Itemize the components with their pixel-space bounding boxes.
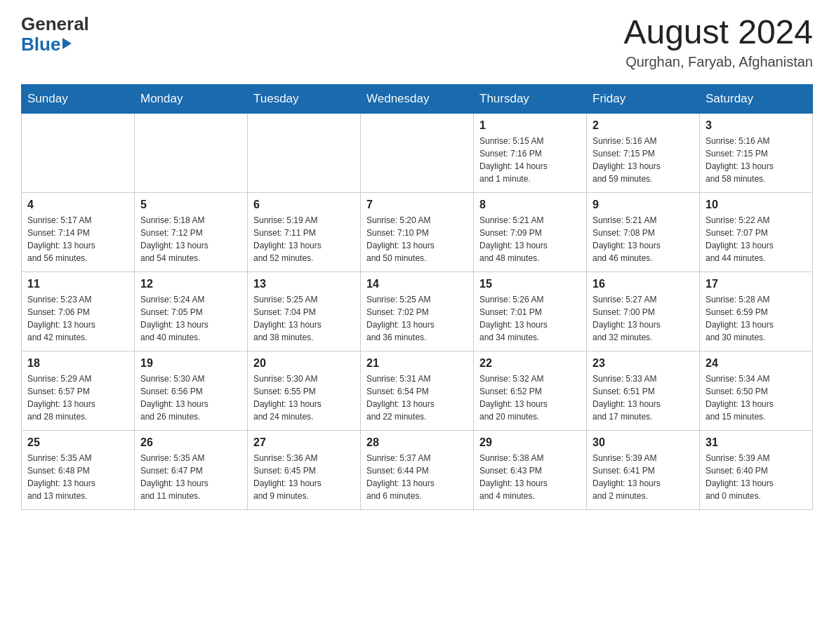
title-section: August 2024 Qurghan, Faryab, Afghanistan [623, 14, 813, 70]
calendar-cell [135, 113, 248, 192]
day-number: 29 [479, 436, 581, 449]
day-number: 3 [706, 119, 807, 132]
logo-general: General [21, 14, 89, 34]
day-info: Sunrise: 5:26 AM Sunset: 7:01 PM Dayligh… [479, 293, 581, 344]
day-number: 31 [706, 436, 807, 449]
header-tuesday: Tuesday [248, 84, 361, 113]
day-info: Sunrise: 5:20 AM Sunset: 7:10 PM Dayligh… [366, 214, 468, 264]
day-info: Sunrise: 5:16 AM Sunset: 7:15 PM Dayligh… [706, 135, 807, 185]
calendar-cell: 16Sunrise: 5:27 AM Sunset: 7:00 PM Dayli… [587, 271, 700, 351]
calendar-cell: 1Sunrise: 5:15 AM Sunset: 7:16 PM Daylig… [474, 113, 587, 192]
day-number: 2 [593, 119, 694, 132]
day-number: 4 [27, 199, 128, 211]
page-header: General Blue August 2024 Qurghan, Faryab… [21, 14, 813, 70]
day-info: Sunrise: 5:35 AM Sunset: 6:47 PM Dayligh… [140, 452, 241, 502]
logo-arrow-icon [62, 38, 72, 49]
day-number: 13 [253, 278, 355, 290]
day-info: Sunrise: 5:36 AM Sunset: 6:45 PM Dayligh… [253, 452, 355, 502]
header-saturday: Saturday [700, 84, 813, 113]
calendar-cell: 3Sunrise: 5:16 AM Sunset: 7:15 PM Daylig… [700, 113, 813, 192]
header-wednesday: Wednesday [361, 84, 474, 113]
day-info: Sunrise: 5:21 AM Sunset: 7:09 PM Dayligh… [479, 214, 581, 264]
calendar-cell: 23Sunrise: 5:33 AM Sunset: 6:51 PM Dayli… [587, 351, 700, 430]
day-number: 19 [140, 357, 241, 370]
day-info: Sunrise: 5:39 AM Sunset: 6:41 PM Dayligh… [593, 452, 694, 502]
calendar-cell: 29Sunrise: 5:38 AM Sunset: 6:43 PM Dayli… [474, 430, 587, 509]
day-info: Sunrise: 5:38 AM Sunset: 6:43 PM Dayligh… [479, 452, 581, 502]
day-info: Sunrise: 5:33 AM Sunset: 6:51 PM Dayligh… [593, 373, 694, 423]
day-info: Sunrise: 5:23 AM Sunset: 7:06 PM Dayligh… [27, 293, 128, 344]
day-info: Sunrise: 5:35 AM Sunset: 6:48 PM Dayligh… [27, 452, 128, 502]
day-number: 20 [253, 357, 355, 370]
calendar-cell: 17Sunrise: 5:28 AM Sunset: 6:59 PM Dayli… [700, 271, 813, 351]
calendar-cell: 11Sunrise: 5:23 AM Sunset: 7:06 PM Dayli… [22, 271, 135, 351]
calendar-cell: 27Sunrise: 5:36 AM Sunset: 6:45 PM Dayli… [248, 430, 361, 509]
day-info: Sunrise: 5:25 AM Sunset: 7:02 PM Dayligh… [366, 293, 468, 344]
header-thursday: Thursday [474, 84, 587, 113]
day-info: Sunrise: 5:24 AM Sunset: 7:05 PM Dayligh… [140, 293, 241, 344]
day-number: 1 [479, 119, 581, 132]
calendar-cell: 6Sunrise: 5:19 AM Sunset: 7:11 PM Daylig… [248, 192, 361, 271]
calendar-week-2: 4Sunrise: 5:17 AM Sunset: 7:14 PM Daylig… [22, 192, 813, 271]
day-number: 18 [27, 357, 128, 370]
day-info: Sunrise: 5:19 AM Sunset: 7:11 PM Dayligh… [253, 214, 355, 264]
calendar-cell: 30Sunrise: 5:39 AM Sunset: 6:41 PM Dayli… [587, 430, 700, 509]
day-number: 9 [593, 199, 694, 211]
day-info: Sunrise: 5:32 AM Sunset: 6:52 PM Dayligh… [479, 373, 581, 423]
day-number: 15 [479, 278, 581, 290]
day-number: 28 [366, 436, 468, 449]
day-info: Sunrise: 5:25 AM Sunset: 7:04 PM Dayligh… [253, 293, 355, 344]
day-info: Sunrise: 5:22 AM Sunset: 7:07 PM Dayligh… [706, 214, 807, 264]
day-number: 22 [479, 357, 581, 370]
header-monday: Monday [135, 84, 248, 113]
calendar-table: SundayMondayTuesdayWednesdayThursdayFrid… [21, 84, 813, 510]
day-info: Sunrise: 5:39 AM Sunset: 6:40 PM Dayligh… [706, 452, 807, 502]
location: Qurghan, Faryab, Afghanistan [623, 54, 813, 70]
day-number: 24 [706, 357, 807, 370]
day-info: Sunrise: 5:17 AM Sunset: 7:14 PM Dayligh… [27, 214, 128, 264]
calendar-cell: 12Sunrise: 5:24 AM Sunset: 7:05 PM Dayli… [135, 271, 248, 351]
day-number: 25 [27, 436, 128, 449]
calendar-week-5: 25Sunrise: 5:35 AM Sunset: 6:48 PM Dayli… [22, 430, 813, 509]
calendar-cell: 19Sunrise: 5:30 AM Sunset: 6:56 PM Dayli… [135, 351, 248, 430]
calendar-cell: 31Sunrise: 5:39 AM Sunset: 6:40 PM Dayli… [700, 430, 813, 509]
day-number: 30 [593, 436, 694, 449]
month-title: August 2024 [623, 14, 813, 51]
calendar-cell: 26Sunrise: 5:35 AM Sunset: 6:47 PM Dayli… [135, 430, 248, 509]
day-number: 10 [706, 199, 807, 211]
day-number: 6 [253, 199, 355, 211]
calendar-cell: 5Sunrise: 5:18 AM Sunset: 7:12 PM Daylig… [135, 192, 248, 271]
header-sunday: Sunday [22, 84, 135, 113]
calendar-week-4: 18Sunrise: 5:29 AM Sunset: 6:57 PM Dayli… [22, 351, 813, 430]
day-number: 23 [593, 357, 694, 370]
calendar-header-row: SundayMondayTuesdayWednesdayThursdayFrid… [22, 84, 813, 113]
day-number: 8 [479, 199, 581, 211]
calendar-cell: 24Sunrise: 5:34 AM Sunset: 6:50 PM Dayli… [700, 351, 813, 430]
day-info: Sunrise: 5:16 AM Sunset: 7:15 PM Dayligh… [593, 135, 694, 185]
day-info: Sunrise: 5:31 AM Sunset: 6:54 PM Dayligh… [366, 373, 468, 423]
day-number: 5 [140, 199, 241, 211]
calendar-cell: 20Sunrise: 5:30 AM Sunset: 6:55 PM Dayli… [248, 351, 361, 430]
day-info: Sunrise: 5:34 AM Sunset: 6:50 PM Dayligh… [706, 373, 807, 423]
day-info: Sunrise: 5:28 AM Sunset: 6:59 PM Dayligh… [706, 293, 807, 344]
day-info: Sunrise: 5:37 AM Sunset: 6:44 PM Dayligh… [366, 452, 468, 502]
calendar-cell: 15Sunrise: 5:26 AM Sunset: 7:01 PM Dayli… [474, 271, 587, 351]
day-number: 27 [253, 436, 355, 449]
calendar-cell: 28Sunrise: 5:37 AM Sunset: 6:44 PM Dayli… [361, 430, 474, 509]
calendar-cell: 14Sunrise: 5:25 AM Sunset: 7:02 PM Dayli… [361, 271, 474, 351]
day-info: Sunrise: 5:30 AM Sunset: 6:56 PM Dayligh… [140, 373, 241, 423]
day-info: Sunrise: 5:18 AM Sunset: 7:12 PM Dayligh… [140, 214, 241, 264]
day-info: Sunrise: 5:21 AM Sunset: 7:08 PM Dayligh… [593, 214, 694, 264]
day-number: 26 [140, 436, 241, 449]
calendar-cell: 18Sunrise: 5:29 AM Sunset: 6:57 PM Dayli… [22, 351, 135, 430]
calendar-cell: 10Sunrise: 5:22 AM Sunset: 7:07 PM Dayli… [700, 192, 813, 271]
calendar-cell: 21Sunrise: 5:31 AM Sunset: 6:54 PM Dayli… [361, 351, 474, 430]
day-number: 14 [366, 278, 468, 290]
day-info: Sunrise: 5:27 AM Sunset: 7:00 PM Dayligh… [593, 293, 694, 344]
header-friday: Friday [587, 84, 700, 113]
calendar-cell: 4Sunrise: 5:17 AM Sunset: 7:14 PM Daylig… [22, 192, 135, 271]
day-number: 12 [140, 278, 241, 290]
day-number: 11 [27, 278, 128, 290]
calendar-cell: 25Sunrise: 5:35 AM Sunset: 6:48 PM Dayli… [22, 430, 135, 509]
day-number: 21 [366, 357, 468, 370]
